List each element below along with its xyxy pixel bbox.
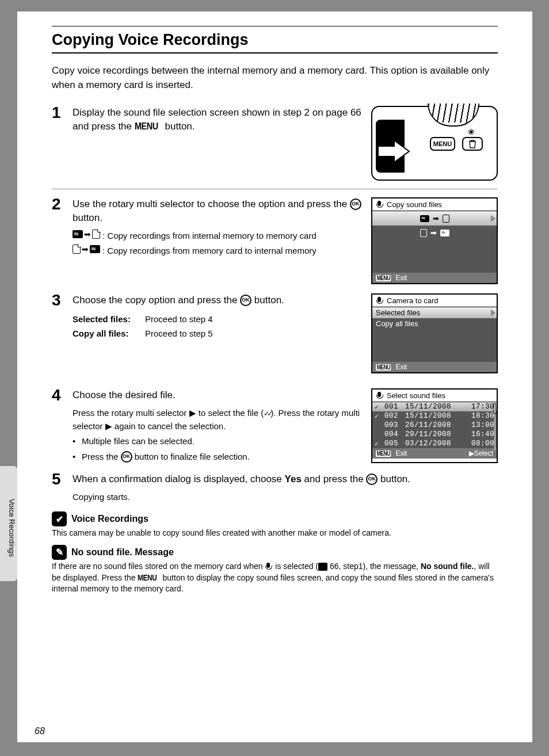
file-time: 08:00 bbox=[467, 440, 494, 448]
checkmark-icon: ✓✓ bbox=[264, 408, 270, 419]
step3-text-a: Choose the copy option and press the bbox=[73, 295, 240, 306]
lcd4-select: Select bbox=[474, 449, 493, 457]
ok-button-icon: OK bbox=[121, 451, 132, 463]
page-number: 68 bbox=[35, 726, 45, 736]
internal-to-card-icon: ➡ bbox=[73, 230, 100, 239]
pencil-icon: ✎ bbox=[52, 545, 67, 560]
note2-title: No sound file. Message bbox=[71, 547, 174, 558]
mic-icon bbox=[376, 201, 384, 209]
file-date: 15/11/2008 bbox=[405, 412, 463, 420]
lcd2-exit: Exit bbox=[395, 274, 407, 282]
lcd3-opt2: Copy all files bbox=[372, 318, 497, 329]
step-1: 1 Display the sound file selection scree… bbox=[52, 105, 498, 181]
check-icon: ✓ bbox=[375, 440, 381, 448]
step4-bullet1: Multiple files can be selected. bbox=[82, 435, 195, 448]
step3-row1-val: Proceed to step 4 bbox=[145, 313, 363, 325]
step2-text-b: button. bbox=[73, 212, 102, 223]
camera-illustration: MENU ❀ bbox=[371, 106, 498, 181]
step1-text-b: button. bbox=[162, 121, 195, 132]
mic-icon bbox=[265, 563, 273, 571]
arrow-icon bbox=[377, 139, 417, 163]
step2-text-a: Use the rotary multi selector to choose … bbox=[73, 198, 350, 209]
step4-sub-d: again to cancel the selection. bbox=[112, 421, 226, 431]
sdcard-icon bbox=[443, 215, 449, 223]
file-number: 002 bbox=[384, 412, 402, 420]
step3-text-b: button. bbox=[251, 295, 284, 306]
note2-b: is selected ( bbox=[273, 562, 318, 571]
step-number: 5 bbox=[52, 471, 73, 503]
file-time: 17:30 bbox=[467, 403, 494, 411]
step-4: 4 Choose the desired file. Press the rot… bbox=[52, 387, 498, 463]
menu-badge-icon: MENU bbox=[376, 364, 391, 371]
ok-button-icon: OK bbox=[366, 474, 378, 485]
lcd4-exit: Exit bbox=[395, 449, 407, 457]
macro-icon: ❀ bbox=[468, 127, 475, 136]
file-number: 004 bbox=[384, 430, 402, 438]
file-number: 003 bbox=[384, 421, 402, 429]
page-title: Copying Voice Recordings bbox=[52, 31, 498, 49]
file-time: 18:30 bbox=[467, 412, 494, 420]
lcd3-exit: Exit bbox=[395, 363, 407, 371]
note1-body: This camera may be unable to copy sound … bbox=[52, 528, 498, 539]
menu-badge-icon: MENU bbox=[376, 450, 391, 457]
note2-c: 66, step1), the message, bbox=[327, 562, 421, 571]
mic-icon bbox=[376, 392, 384, 400]
lcd3-opt1: Selected files bbox=[372, 307, 497, 318]
menu-label-icon: MENU bbox=[138, 572, 157, 584]
file-row: ✓00115/11/200817:30 bbox=[372, 402, 497, 411]
step2-opt1: : Copy recordings from internal memory t… bbox=[102, 231, 317, 240]
scrollbar bbox=[494, 403, 496, 450]
note2-a: If there are no sound files stored on th… bbox=[52, 562, 265, 571]
ok-button-icon: OK bbox=[350, 198, 361, 210]
file-date: 29/11/2008 bbox=[405, 430, 463, 438]
step-5: 5 When a confirmation dialog is displaye… bbox=[52, 471, 498, 503]
step4-sub-b: to select the file ( bbox=[196, 408, 264, 418]
ok-button-icon: OK bbox=[240, 295, 251, 306]
step2-opt2: : Copy recordings from memory card to in… bbox=[102, 246, 317, 255]
step-number: 2 bbox=[52, 196, 73, 284]
step3-row2-val: Proceed to step 5 bbox=[145, 327, 363, 339]
check-icon: ✔ bbox=[52, 511, 67, 526]
step5-text-b: and press the bbox=[302, 474, 366, 484]
step-2: 2 Use the rotary multi selector to choos… bbox=[52, 196, 498, 284]
intro-text: Copy voice recordings between the intern… bbox=[52, 64, 498, 92]
camera-trash-button bbox=[462, 137, 483, 151]
step-3: 3 Choose the copy option and press the O… bbox=[52, 292, 498, 373]
file-date: 03/12/2008 bbox=[405, 440, 463, 448]
step5-sub: Copying starts. bbox=[73, 491, 498, 504]
file-row: ✓00215/11/200818:30 bbox=[372, 411, 497, 421]
check-icon: ✓ bbox=[375, 403, 381, 411]
step-number: 1 bbox=[52, 105, 73, 181]
file-row: 00429/11/200816:40 bbox=[372, 430, 497, 439]
file-number: 005 bbox=[384, 440, 402, 448]
step4-bullet2b: button to finalize file selection. bbox=[132, 452, 250, 461]
reference-icon bbox=[318, 563, 327, 571]
step4-main: Choose the desired file. bbox=[73, 388, 363, 402]
note1-title: Voice Recordings bbox=[71, 514, 148, 524]
step5-text-a: When a confirmation dialog is displayed,… bbox=[73, 474, 285, 484]
sidebar-label: Voice Recordings bbox=[7, 485, 16, 571]
file-time: 16:40 bbox=[467, 430, 494, 438]
menu-badge-icon: MENU bbox=[376, 275, 391, 281]
lcd4-title: Select sound files bbox=[387, 391, 445, 400]
mic-icon bbox=[376, 297, 384, 305]
step1-text-a: Display the sound file selection screen … bbox=[73, 107, 361, 132]
step5-text-c: button. bbox=[378, 474, 410, 484]
lcd2-title: Copy sound files bbox=[387, 200, 442, 209]
step3-row1-label: Selected files bbox=[73, 314, 128, 324]
note2-bold: No sound file. bbox=[421, 562, 474, 571]
page-content: Copying Voice Recordings Copy voice reco… bbox=[17, 12, 532, 742]
step4-bullet2a: Press the bbox=[82, 452, 121, 461]
file-row: ✓00503/12/200808:00 bbox=[372, 439, 497, 448]
step-number: 4 bbox=[52, 387, 73, 463]
step5-yes: Yes bbox=[285, 474, 302, 484]
step-number: 3 bbox=[52, 292, 73, 373]
check-icon: ✓ bbox=[375, 413, 381, 420]
file-row: 00326/11/200813:00 bbox=[372, 421, 497, 430]
file-date: 26/11/2008 bbox=[405, 421, 463, 429]
lcd-select-sound-files: Select sound files ✓00115/11/200817:30✓0… bbox=[371, 388, 498, 463]
file-number: 001 bbox=[384, 403, 402, 411]
internal-icon bbox=[440, 230, 449, 236]
lcd-copy-sound-files: Copy sound files ➡ bbox=[371, 197, 498, 284]
card-to-internal-icon: ➡ bbox=[73, 245, 100, 254]
